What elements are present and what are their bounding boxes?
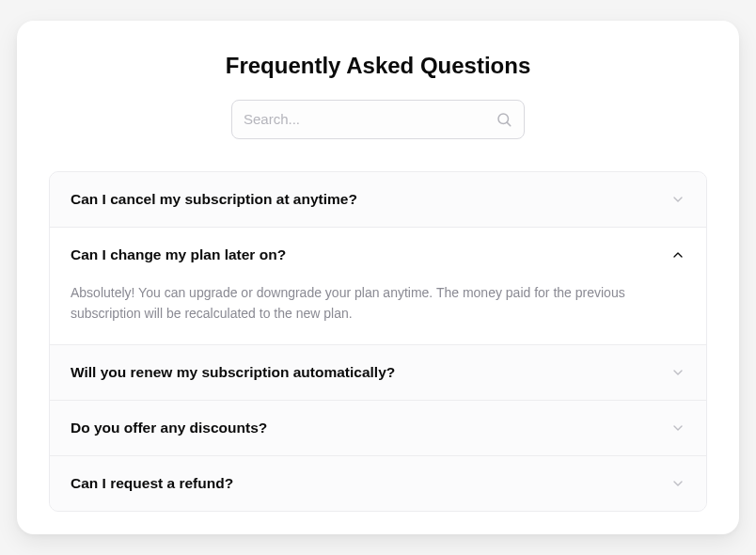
- faq-item: Can I cancel my subscription at anytime?: [50, 172, 706, 228]
- faq-toggle[interactable]: Can I change my plan later on?: [50, 228, 706, 282]
- faq-toggle[interactable]: Can I cancel my subscription at anytime?: [50, 172, 706, 227]
- faq-question: Can I cancel my subscription at anytime?: [71, 191, 357, 208]
- chevron-down-icon: [670, 365, 685, 380]
- faq-answer: Absolutely! You can upgrade or downgrade…: [71, 282, 685, 325]
- faq-toggle[interactable]: Will you renew my subscription automatic…: [50, 345, 706, 400]
- faq-question: Can I request a refund?: [71, 475, 233, 492]
- chevron-down-icon: [670, 420, 685, 436]
- search-input[interactable]: [244, 111, 496, 127]
- chevron-down-icon: [670, 192, 685, 207]
- svg-line-1: [507, 122, 511, 126]
- faq-question: Do you offer any discounts?: [71, 420, 267, 436]
- faq-item: Can I change my plan later on? Absolutel…: [50, 228, 706, 346]
- faq-item: Do you offer any discounts?: [50, 401, 706, 456]
- search-icon: [496, 111, 512, 128]
- faq-item: Will you renew my subscription automatic…: [50, 345, 706, 401]
- search-container: [49, 100, 707, 139]
- chevron-down-icon: [670, 476, 685, 491]
- chevron-up-icon: [670, 247, 685, 262]
- faq-question: Can I change my plan later on?: [71, 246, 286, 263]
- faq-toggle[interactable]: Can I request a refund?: [50, 456, 706, 511]
- faq-card: Frequently Asked Questions Can I cancel …: [17, 21, 739, 535]
- search-field[interactable]: [231, 100, 525, 139]
- page-title: Frequently Asked Questions: [49, 53, 707, 79]
- faq-item: Can I request a refund?: [50, 456, 706, 511]
- faq-toggle[interactable]: Do you offer any discounts?: [50, 401, 706, 455]
- faq-body: Absolutely! You can upgrade or downgrade…: [50, 282, 706, 345]
- faq-list: Can I cancel my subscription at anytime?…: [49, 171, 707, 513]
- faq-question: Will you renew my subscription automatic…: [71, 364, 395, 381]
